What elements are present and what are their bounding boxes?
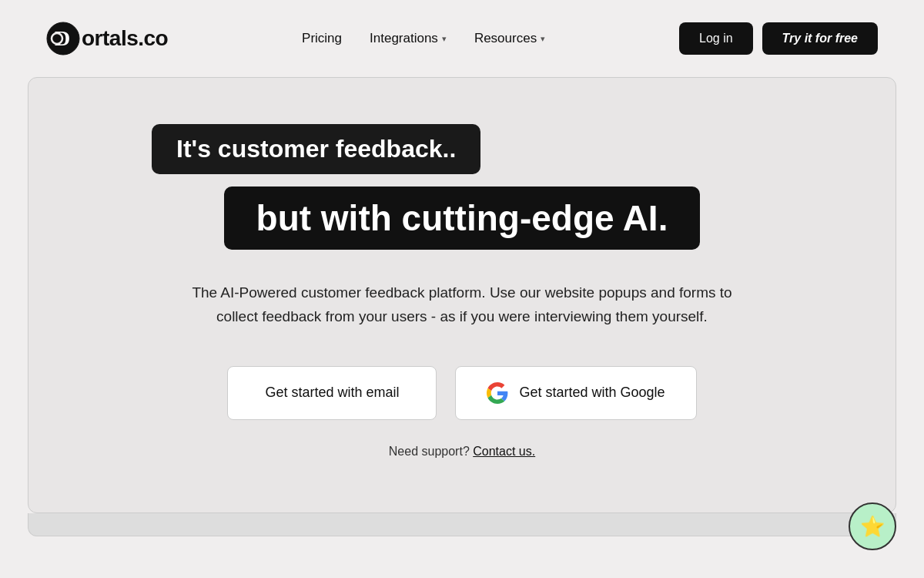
support-row: Need support? Contact us.: [389, 445, 535, 459]
nav-resources[interactable]: Resources ▾: [474, 31, 545, 46]
logo[interactable]: D ortals.co: [46, 22, 168, 55]
nav-pricing[interactable]: Pricing: [302, 31, 342, 46]
headline-line2: but with cutting-edge AI.: [224, 187, 701, 250]
hero-description: The AI-Powered customer feedback platfor…: [173, 281, 751, 329]
integrations-chevron-icon: ▾: [442, 34, 447, 44]
google-icon: [487, 382, 508, 404]
header-actions: Log in Try it for free: [679, 22, 878, 55]
contact-link[interactable]: Contact us.: [473, 445, 535, 458]
header: D ortals.co Pricing Integrations ▾ Resou…: [0, 0, 924, 77]
login-button[interactable]: Log in: [679, 22, 753, 55]
cta-row: Get started with email Get started with …: [227, 366, 696, 420]
hero-card: It's customer feedback.. but with cuttin…: [28, 77, 896, 513]
headline-area: It's customer feedback.. but with cuttin…: [59, 124, 865, 250]
floating-star-badge[interactable]: ⭐: [849, 502, 896, 550]
logo-text: ortals.co: [82, 26, 168, 51]
bottom-strip: [28, 513, 896, 536]
star-icon: ⭐: [860, 515, 885, 539]
get-started-google-button[interactable]: Get started with Google: [455, 366, 696, 420]
get-started-email-button[interactable]: Get started with email: [227, 366, 437, 420]
resources-chevron-icon: ▾: [541, 34, 545, 44]
support-text: Need support?: [389, 445, 470, 458]
nav-integrations[interactable]: Integrations ▾: [370, 31, 447, 46]
main-nav: Pricing Integrations ▾ Resources ▾: [302, 31, 545, 46]
headline-line1: It's customer feedback..: [152, 124, 480, 174]
try-free-button[interactable]: Try it for free: [762, 22, 878, 55]
svg-point-2: [52, 33, 62, 44]
